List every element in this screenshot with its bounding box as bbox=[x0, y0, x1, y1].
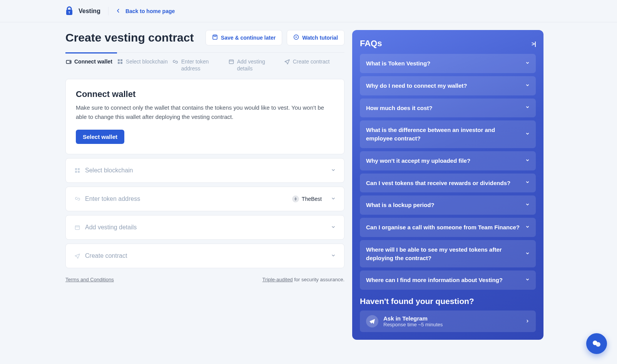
svg-rect-16 bbox=[78, 171, 80, 173]
watch-tutorial-button[interactable]: Watch tutorial bbox=[287, 30, 344, 45]
svg-point-20 bbox=[596, 342, 600, 347]
chevron-down-icon bbox=[331, 224, 336, 230]
chevron-down-icon bbox=[525, 83, 530, 88]
save-continue-button[interactable]: Save & continue later bbox=[206, 30, 282, 45]
faq-item[interactable]: What is a lockup period? bbox=[360, 195, 536, 215]
faq-question: What is a lockup period? bbox=[366, 201, 435, 209]
step-enter-token[interactable]: Enter token address bbox=[172, 52, 228, 76]
row-label: Enter token address bbox=[85, 195, 288, 202]
faq-question: Where can I find more information about … bbox=[366, 276, 503, 284]
faq-question: What is the difference between an invest… bbox=[366, 126, 520, 143]
chevron-down-icon bbox=[525, 61, 530, 66]
selected-token: TheBest bbox=[292, 195, 322, 202]
calendar-icon bbox=[228, 58, 234, 65]
lock-icon: T bbox=[65, 6, 73, 16]
grid-icon bbox=[74, 167, 80, 174]
top-bar: T Vesting Back to home page bbox=[0, 0, 617, 22]
faq-question: Can I organise a call with someone from … bbox=[366, 223, 520, 232]
step-select-blockchain[interactable]: Select blockchain bbox=[117, 52, 172, 76]
faq-item[interactable]: Can I organise a call with someone from … bbox=[360, 218, 536, 237]
grid-icon bbox=[117, 58, 123, 65]
row-select-blockchain[interactable]: Select blockchain bbox=[65, 158, 344, 183]
token-icon bbox=[292, 195, 299, 202]
terms-link[interactable]: Terms and Conditions bbox=[65, 277, 114, 282]
chevron-down-icon bbox=[331, 167, 336, 174]
faq-item[interactable]: Where can I find more information about … bbox=[360, 270, 536, 290]
ask-telegram-button[interactable]: Ask in Telegram Response time ~5 minutes bbox=[360, 311, 536, 332]
save-icon bbox=[212, 34, 218, 41]
faq-item[interactable]: Can I vest tokens that receive rewards o… bbox=[360, 174, 536, 193]
faq-item[interactable]: What is Token Vesting? bbox=[360, 54, 536, 73]
connect-wallet-card: Connect wallet Make sure to connect only… bbox=[65, 79, 344, 154]
faq-item[interactable]: Why won't it accept my uploaded file? bbox=[360, 151, 536, 170]
telegram-icon bbox=[366, 315, 378, 327]
chevron-down-icon bbox=[525, 251, 530, 257]
audit-suffix: for security assurance. bbox=[293, 277, 344, 282]
product-name: Vesting bbox=[79, 8, 100, 15]
chevron-down-icon bbox=[331, 196, 336, 202]
back-home-link[interactable]: Back to home page bbox=[125, 8, 175, 14]
select-wallet-button[interactable]: Select wallet bbox=[76, 130, 124, 144]
svg-rect-17 bbox=[75, 225, 80, 229]
watch-tutorial-label: Watch tutorial bbox=[302, 35, 338, 41]
row-enter-token-address[interactable]: Enter token address TheBest bbox=[65, 187, 344, 211]
step-tabs: Connect wallet Select blockchain Enter t… bbox=[65, 52, 344, 76]
telegram-title: Ask in Telegram bbox=[383, 315, 443, 322]
page-title: Create vesting contract bbox=[65, 31, 201, 44]
step-vesting-details[interactable]: Add vesting details bbox=[228, 52, 284, 76]
svg-text:T: T bbox=[69, 11, 70, 14]
row-label: Add vesting details bbox=[85, 224, 322, 231]
chevron-left-icon bbox=[116, 8, 120, 14]
faq-question: Where will I be able to see my vested to… bbox=[366, 245, 520, 262]
step-label: Connect wallet bbox=[74, 58, 112, 65]
row-label: Create contract bbox=[85, 252, 322, 259]
step-connect-wallet[interactable]: Connect wallet bbox=[65, 52, 117, 76]
row-label: Select blockchain bbox=[85, 167, 322, 174]
faqs-panel: FAQs >| What is Token Vesting? Why do I … bbox=[352, 30, 543, 340]
svg-rect-15 bbox=[75, 171, 77, 173]
svg-rect-8 bbox=[120, 59, 122, 61]
svg-rect-7 bbox=[118, 59, 120, 61]
connect-wallet-heading: Connect wallet bbox=[76, 89, 334, 99]
faq-item[interactable]: How much does it cost? bbox=[360, 99, 536, 118]
step-label: Create contract bbox=[293, 58, 330, 65]
row-add-vesting-details[interactable]: Add vesting details bbox=[65, 215, 344, 240]
row-create-contract[interactable]: Create contract bbox=[65, 244, 344, 268]
faq-question: What is Token Vesting? bbox=[366, 59, 430, 68]
collapse-panel-icon[interactable]: >| bbox=[532, 40, 536, 47]
step-label: Add vesting details bbox=[237, 58, 279, 72]
faq-item[interactable]: What is the difference between an invest… bbox=[360, 120, 536, 148]
chevron-down-icon bbox=[525, 158, 530, 164]
svg-rect-10 bbox=[120, 62, 122, 64]
faqs-not-found-heading: Haven't found your question? bbox=[360, 297, 536, 306]
svg-rect-3 bbox=[214, 35, 216, 37]
chat-fab[interactable] bbox=[586, 333, 607, 351]
chevron-down-icon bbox=[525, 105, 530, 110]
token-name: TheBest bbox=[302, 196, 322, 202]
svg-rect-9 bbox=[118, 62, 120, 64]
svg-rect-13 bbox=[75, 168, 77, 170]
link-icon bbox=[172, 58, 179, 65]
chevron-down-icon bbox=[525, 202, 530, 208]
save-continue-label: Save & continue later bbox=[221, 35, 276, 41]
chat-icon bbox=[592, 339, 602, 349]
divider bbox=[108, 7, 109, 15]
link-icon bbox=[74, 196, 80, 202]
faq-item[interactable]: Why do I need to connect my wallet? bbox=[360, 76, 536, 95]
connect-wallet-description: Make sure to connect only the wallet tha… bbox=[76, 103, 334, 121]
svg-rect-6 bbox=[69, 61, 71, 62]
chevron-down-icon bbox=[525, 180, 530, 185]
step-create-contract[interactable]: Create contract bbox=[284, 52, 334, 76]
wallet-icon bbox=[65, 58, 72, 65]
step-label: Enter token address bbox=[181, 58, 224, 72]
chevron-right-icon bbox=[525, 318, 530, 324]
send-icon bbox=[284, 58, 290, 65]
telegram-subtitle: Response time ~5 minutes bbox=[383, 322, 443, 327]
audit-text: Triple-audited for security assurance. bbox=[263, 277, 344, 282]
svg-rect-11 bbox=[229, 60, 233, 64]
calendar-icon bbox=[74, 224, 80, 230]
faq-question: Why won't it accept my uploaded file? bbox=[366, 157, 470, 165]
faq-item[interactable]: Where will I be able to see my vested to… bbox=[360, 240, 536, 268]
chevron-down-icon bbox=[525, 132, 530, 137]
audit-link[interactable]: Triple-audited bbox=[263, 277, 293, 282]
